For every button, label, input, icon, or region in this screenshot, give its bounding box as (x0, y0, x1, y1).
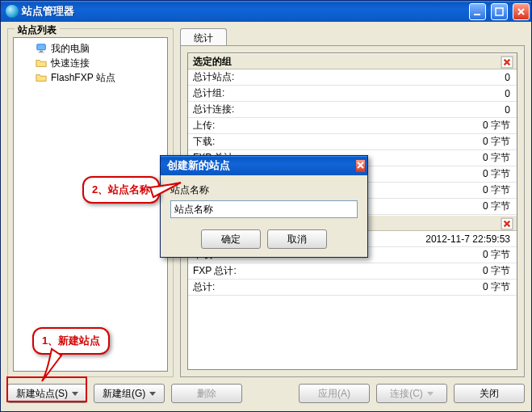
close-window-button[interactable]: 关闭 (454, 384, 525, 403)
stats-row: 总计组:0 (188, 86, 517, 102)
button-bar: 新建站点(S) 新建组(G) 删除 应用(A) 连接(C) 关闭 (1, 377, 531, 411)
app-icon (6, 5, 19, 18)
tree-label: 我的电脑 (51, 42, 90, 56)
stats-row: 下载:0 字节 (188, 134, 517, 150)
tab-strip: 统计 (180, 28, 525, 46)
new-group-button[interactable]: 新建组(G) (94, 384, 165, 403)
stats-row: 上传:0 字节 (188, 118, 517, 134)
tab-stats[interactable]: 统计 (180, 28, 227, 45)
svg-rect-1 (496, 8, 503, 15)
title-bar: 站点管理器 (1, 1, 531, 22)
tree-label: 快速连接 (51, 57, 90, 70)
site-name-label: 站点名称 (170, 183, 358, 197)
svg-rect-4 (39, 52, 44, 53)
apply-button[interactable]: 应用(A) (299, 384, 370, 403)
delete-button[interactable]: 删除 (171, 384, 242, 403)
tree-node-quick-connect[interactable]: 快速连接 (17, 56, 167, 70)
tree-node-flashfxp[interactable]: FlashFXP 站点 (17, 70, 167, 85)
clear-group-icon[interactable] (501, 217, 513, 230)
folder-icon (35, 57, 48, 69)
svg-rect-2 (37, 44, 46, 50)
stats-row: 总计:0 字节 (188, 280, 517, 296)
stats-row: 总计站点:0 (188, 69, 517, 86)
svg-rect-3 (40, 51, 43, 53)
dialog-title: 创建新的站点 (167, 158, 230, 173)
stats-row: 总计连接:0 (188, 102, 517, 118)
stats-header: 选定的组 (188, 53, 517, 69)
stats-row: FXP 总计:0 字节 (188, 263, 517, 280)
stats-header-label: 选定的组 (193, 55, 232, 69)
maximize-button[interactable] (491, 3, 508, 20)
site-tree[interactable]: 我的电脑 快速连接 FlashFXP 站点 (13, 37, 168, 372)
dialog-close-button[interactable] (356, 160, 365, 172)
connect-button[interactable]: 连接(C) (376, 384, 447, 403)
minimize-button[interactable] (469, 3, 486, 20)
tree-label: FlashFXP 站点 (51, 71, 115, 85)
dialog-cancel-button[interactable]: 取消 (267, 229, 327, 249)
tree-node-my-computer[interactable]: 我的电脑 (17, 41, 167, 56)
close-button[interactable] (513, 3, 530, 20)
svg-rect-0 (474, 14, 480, 15)
dialog-title-bar[interactable]: 创建新的站点 (161, 156, 367, 175)
new-site-button[interactable]: 新建站点(S) (7, 384, 87, 403)
dialog-ok-button[interactable]: 确定 (201, 229, 261, 249)
dialog-body: 站点名称 确定 取消 (161, 175, 367, 257)
site-name-input[interactable] (170, 200, 358, 218)
monitor-icon (35, 42, 48, 55)
site-list-legend: 站点列表 (15, 23, 60, 37)
folder-icon (35, 71, 48, 84)
create-site-dialog: 创建新的站点 站点名称 确定 取消 (160, 155, 368, 258)
clear-group-icon[interactable] (501, 56, 513, 69)
window-title: 站点管理器 (22, 4, 464, 19)
site-list-panel: 站点列表 我的电脑 快速连接 (7, 28, 174, 377)
